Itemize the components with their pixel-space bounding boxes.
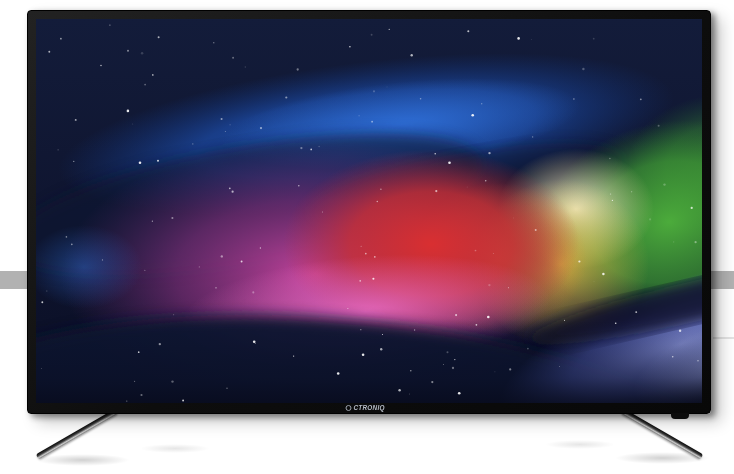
- wallpaper-art: [36, 19, 702, 403]
- ir-sensor-nub: [671, 413, 689, 419]
- stand-reflection: [545, 440, 615, 449]
- stand-reflection: [140, 444, 210, 453]
- brand-logo: CTRONIQ: [346, 403, 393, 412]
- tv-screen: [36, 19, 702, 403]
- left-foot-shadow: [35, 454, 130, 466]
- brand-logo-text: CTRONIQ: [354, 404, 385, 410]
- brand-logo-icon: [346, 405, 352, 411]
- shelf-edge-line: [713, 337, 734, 339]
- tv-frame: CTRONIQ: [27, 10, 711, 414]
- product-photo-scene: CTRONIQ: [0, 0, 734, 474]
- tv-stand-left-leg: [36, 408, 119, 459]
